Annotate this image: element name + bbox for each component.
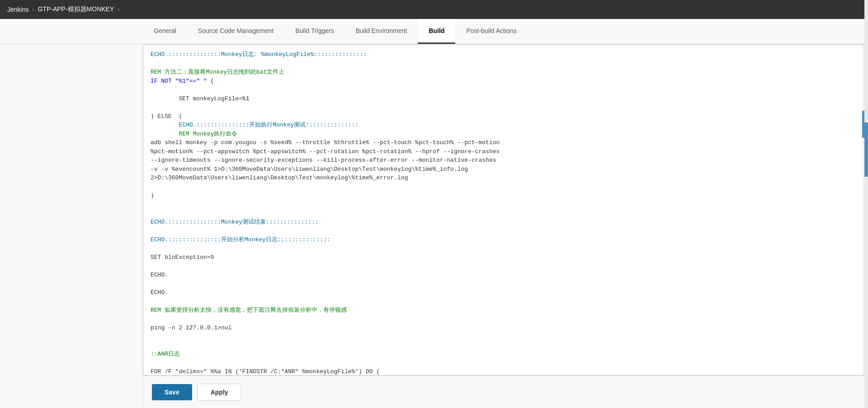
tabs-container: General Source Code Management Build Tri… xyxy=(0,19,868,44)
left-sidebar xyxy=(0,44,143,408)
content-area: ECHO.:::::::::::::::Monkey日志: %monkeyLog… xyxy=(0,44,868,408)
tab-source-code-management[interactable]: Source Code Management xyxy=(187,19,284,44)
action-bar: Save Apply xyxy=(143,375,868,408)
code-content[interactable]: ECHO.:::::::::::::::Monkey日志: %monkeyLog… xyxy=(143,45,868,375)
tab-general[interactable]: General xyxy=(143,19,187,44)
project-link[interactable]: GTP-APP-模拟器MONKEY xyxy=(38,5,114,14)
top-bar: Jenkins › GTP-APP-模拟器MONKEY › xyxy=(0,0,868,19)
code-editor[interactable]: ECHO.:::::::::::::::Monkey日志: %monkeyLog… xyxy=(143,44,868,375)
save-button[interactable]: Save xyxy=(152,384,192,400)
main-panel: ECHO.:::::::::::::::Monkey日志: %monkeyLog… xyxy=(143,44,868,408)
apply-button[interactable]: Apply xyxy=(198,384,241,401)
page-scrollbar-thumb[interactable] xyxy=(864,122,868,177)
breadcrumb-arrow-1: › xyxy=(32,6,34,13)
main-container: General Source Code Management Build Tri… xyxy=(0,19,868,408)
tab-build[interactable]: Build xyxy=(418,19,455,44)
tab-build-triggers[interactable]: Build Triggers xyxy=(284,19,345,44)
breadcrumb-arrow-2: › xyxy=(118,6,119,13)
tab-build-environment[interactable]: Build Environment xyxy=(345,19,418,44)
jenkins-home-link[interactable]: Jenkins xyxy=(7,6,28,13)
page-scrollbar[interactable] xyxy=(864,0,868,408)
tab-post-build-actions[interactable]: Post-build Actions xyxy=(455,19,527,44)
